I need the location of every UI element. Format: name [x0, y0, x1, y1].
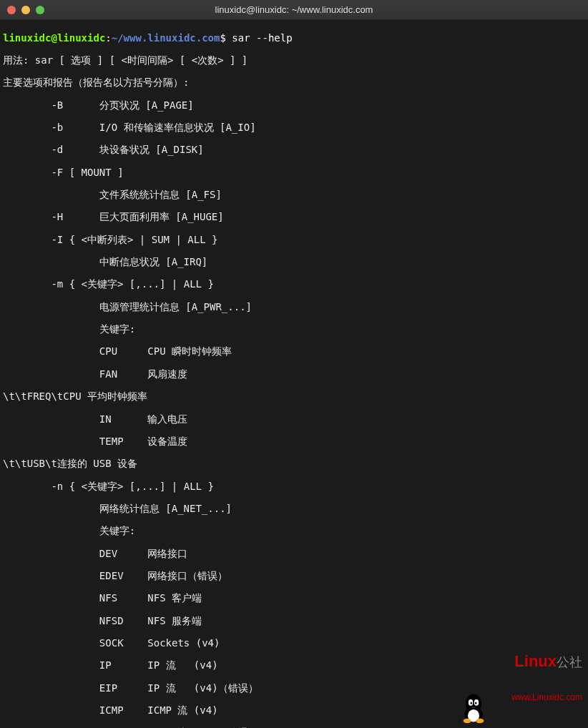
out-mtemp: TEMP 设备温度 — [3, 436, 585, 448]
out-nkey: 关键字: — [3, 526, 585, 537]
prompt-line: linuxidc@linuxidc:~/www.linuxidc.com$ sa… — [3, 33, 585, 44]
out-nip: IP IP 流 (v4) — [3, 660, 585, 672]
out-F: -F [ MOUNT ] — [3, 167, 585, 179]
out-Ffs: 文件系统统计信息 [A_FS] — [3, 190, 585, 201]
minimize-icon[interactable] — [21, 6, 30, 14]
out-I: -I { <中断列表> | SUM | ALL } — [3, 235, 585, 246]
close-icon[interactable] — [7, 6, 16, 14]
out-usage: 用法: sar [ 选项 ] [ <时间间隔> [ <次数> ] ] — [3, 55, 585, 67]
out-nnet: 网络统计信息 [A_NET_...] — [3, 503, 585, 515]
out-d: -d 块设备状况 [A_DISK] — [3, 144, 585, 156]
prompt-dollar: $ — [220, 32, 225, 44]
out-min: IN 输入电压 — [3, 414, 585, 426]
prompt-command: sar --help — [232, 32, 292, 44]
prompt-user: linuxidc — [3, 32, 51, 44]
out-mcpu: CPU CPU 瞬时时钟频率 — [3, 346, 585, 358]
out-mpwr: 电源管理统计信息 [A_PWR_...] — [3, 302, 585, 313]
out-nnfs: NFS NFS 客户端 — [3, 593, 585, 604]
out-mkey: 关键字: — [3, 324, 585, 335]
out-b: -b I/O 和传输速率信息状况 [A_IO] — [3, 122, 585, 134]
maximize-icon[interactable] — [36, 6, 44, 14]
terminal-output[interactable]: linuxidc@linuxidc:~/www.linuxidc.com$ sa… — [0, 20, 588, 728]
out-nedev: EDEV 网络接口（错误） — [3, 571, 585, 582]
out-nicmp: ICMP ICMP 流 (v4) — [3, 705, 585, 717]
window-title: linuxidc@linuxidc: ~/www.linuxidc.com — [0, 4, 588, 15]
out-mfan: FAN 风扇速度 — [3, 369, 585, 380]
out-ndev: DEV 网络接口 — [3, 549, 585, 560]
out-Iirq: 中断信息状况 [A_IRQ] — [3, 257, 585, 268]
prompt-path: ~/www.linuxidc.com — [112, 32, 220, 44]
out-mfreq: \t\tFREQ\tCPU 平均时钟频率 — [3, 391, 585, 403]
prompt-sep: : — [105, 32, 111, 44]
out-B: -B 分页状况 [A_PAGE] — [3, 100, 585, 112]
out-main: 主要选项和报告（报告名以方括号分隔）: — [3, 77, 585, 89]
out-nnfsd: NFSD NFS 服务端 — [3, 616, 585, 627]
svg-point-8 — [476, 719, 484, 723]
svg-point-6 — [475, 702, 476, 704]
svg-point-7 — [464, 719, 471, 723]
tux-icon — [459, 692, 488, 724]
out-H: -H 巨大页面利用率 [A_HUGE] — [3, 212, 585, 223]
out-m: -m { <关键字> [,...] | ALL } — [3, 279, 585, 290]
out-musb: \t\tUSB\t连接的 USB 设备 — [3, 458, 585, 470]
prompt-at: @ — [51, 32, 57, 44]
svg-point-5 — [471, 702, 472, 704]
out-neip: EIP IP 流 (v4)（错误） — [3, 683, 585, 694]
watermark-url: www.Linuxidc.com — [511, 693, 582, 702]
out-n: -n { <关键字> [,...] | ALL } — [3, 481, 585, 493]
window-titlebar: linuxidc@linuxidc: ~/www.linuxidc.com — [0, 0, 588, 20]
out-nsock: SOCK Sockets (v4) — [3, 638, 585, 649]
window-buttons — [7, 6, 44, 14]
prompt-host: linuxidc — [57, 32, 105, 44]
